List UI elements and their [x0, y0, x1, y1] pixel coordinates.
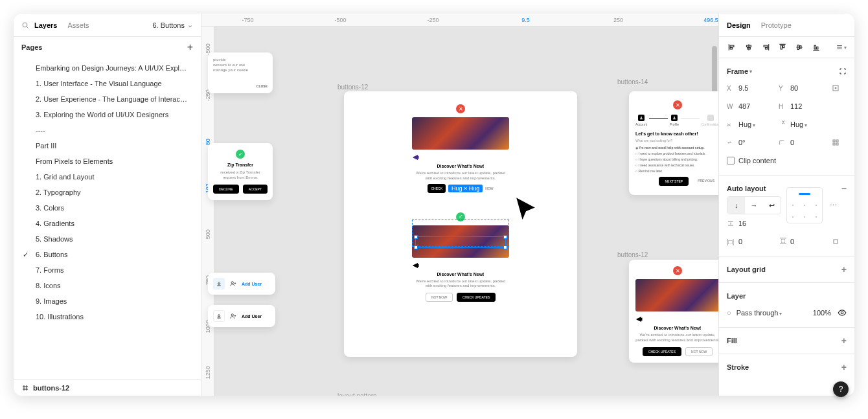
visibility-icon[interactable] [838, 308, 847, 317]
align-hcenter-icon[interactable] [744, 42, 754, 52]
page-item[interactable]: 9. Images [14, 293, 201, 309]
page-item[interactable]: Embarking on Design Journeys: A UI/UX Ex… [14, 60, 201, 76]
frame-title-row[interactable]: Frame▾ [727, 63, 847, 79]
search-icon[interactable] [21, 21, 29, 29]
decline-button[interactable]: DECLINE [213, 185, 239, 194]
profile-step-icon [671, 115, 678, 121]
dir-wrap-icon[interactable]: ↩ [763, 197, 781, 214]
close-icon[interactable]: ✕ [673, 100, 682, 109]
opacity-value[interactable]: 100% [813, 309, 831, 317]
tab-prototype[interactable]: Prototype [761, 21, 792, 29]
close-icon[interactable]: ✕ [456, 104, 465, 113]
check-updates-button[interactable]: CHECK UPDATES [457, 293, 496, 302]
h-input[interactable] [790, 102, 828, 110]
frame-fit-icon[interactable] [839, 67, 847, 75]
align-left-icon[interactable] [727, 42, 737, 52]
step-label: Confirmation [702, 122, 718, 126]
add-fill[interactable]: + [841, 335, 847, 346]
add-user-label[interactable]: Add User [242, 282, 262, 286]
frame-label[interactable]: buttons-14 [617, 78, 648, 85]
help-button[interactable]: ? [833, 381, 849, 397]
canvas-inner[interactable]: provide consent to our use manage your c… [214, 27, 718, 396]
frame-label[interactable]: buttons-12 [617, 251, 648, 258]
page-item[interactable]: 5. Shadows [14, 231, 201, 247]
tab-design[interactable]: Design [727, 21, 751, 29]
align-bottom-icon[interactable] [811, 42, 821, 52]
dir-horizontal-icon[interactable]: → [745, 197, 762, 214]
per-side-padding-icon[interactable] [830, 236, 841, 247]
page-selector[interactable]: 6. Buttons ⌄ [152, 21, 193, 29]
page-item[interactable]: 7. Forms [14, 262, 201, 278]
align-top-icon[interactable] [777, 42, 788, 52]
x-input[interactable] [738, 84, 776, 92]
add-page-button[interactable]: + [187, 41, 193, 53]
canvas[interactable]: -750-500-2509.5250496.575010001250 -500-… [201, 14, 718, 396]
not-now-button[interactable]: NOT NOW [685, 347, 713, 356]
page-item[interactable]: 8. Icons [14, 278, 201, 293]
close-icon[interactable]: ✕ [673, 266, 682, 275]
wizard-option[interactable]: ○ I need assistance with technical issue… [635, 163, 718, 167]
alignment-grid[interactable] [786, 187, 823, 223]
wizard-option[interactable]: ○ I have questions about billing and pri… [635, 157, 718, 161]
frame-label[interactable]: buttons-12 [337, 84, 368, 91]
add-stroke[interactable]: + [841, 362, 847, 372]
download-icon[interactable] [213, 278, 225, 289]
remove-autolayout[interactable]: − [841, 183, 847, 194]
wizard-option[interactable]: ○ Remind me later [635, 169, 718, 173]
next-step-button[interactable]: NEXT STEP [659, 177, 689, 186]
padv-input[interactable] [790, 238, 828, 245]
align-right-icon[interactable] [760, 42, 771, 52]
page-item[interactable]: 6. Buttons✓ [14, 247, 201, 262]
radius-input[interactable] [790, 139, 828, 146]
wizard-option[interactable]: ◉ I'm new and need help with account set… [635, 146, 718, 150]
abs-position-icon[interactable] [830, 83, 841, 93]
align-vcenter-icon[interactable] [794, 42, 805, 52]
blend-mode[interactable]: Pass through▾ [737, 309, 810, 317]
dir-vertical-icon[interactable]: ↓ [727, 197, 745, 214]
checkbox-icon[interactable] [727, 157, 735, 164]
page-item[interactable]: 3. Colors [14, 200, 201, 216]
page-item[interactable]: Part III [14, 138, 201, 153]
check-button[interactable]: CHECK [428, 184, 446, 193]
per-corner-icon[interactable] [830, 137, 841, 148]
user-plus-icon [230, 313, 236, 319]
rotation-input[interactable] [738, 139, 776, 146]
download-icon[interactable] [213, 310, 225, 322]
page-item[interactable]: 1. User Interface - The Visual Language [14, 76, 201, 91]
previous-button[interactable]: PREVIOUS [692, 177, 718, 186]
y-input[interactable] [790, 84, 828, 92]
tab-layers[interactable]: Layers [34, 21, 57, 29]
page-item[interactable]: 2. User Experience - The Language of Int… [14, 91, 201, 107]
gap-input[interactable] [738, 220, 776, 227]
page-item[interactable]: 4. Gradients [14, 216, 201, 231]
direction-segmented[interactable]: ↓ → ↩ [727, 196, 781, 214]
wizard-option[interactable]: ○ I want to explore product features and… [635, 152, 718, 155]
clip-content-row[interactable]: Clip content [727, 152, 847, 170]
selected-layer-row[interactable]: buttons-12 [14, 379, 201, 396]
page-item[interactable]: 10. Illustrations [14, 309, 201, 324]
add-user-label[interactable]: Add User [242, 314, 262, 319]
not-now-button[interactable]: NOT NOW [426, 293, 453, 302]
frame-label[interactable]: layout pattern [337, 392, 377, 396]
vsize-value[interactable]: Hug▾ [790, 120, 828, 128]
add-layout-grid[interactable]: + [841, 264, 847, 275]
padv-icon: |□| [780, 237, 787, 246]
more-align-icon[interactable]: ▾ [836, 42, 847, 52]
check-updates-button[interactable]: CHECK UPDATES [643, 347, 681, 356]
w-input[interactable] [738, 102, 776, 110]
padh-input[interactable] [738, 238, 776, 245]
pages-list[interactable]: Embarking on Design Journeys: A UI/UX Ex… [14, 58, 201, 379]
page-item[interactable]: 2. Typography [14, 185, 201, 200]
cookie-close-button[interactable]: CLOSE [213, 84, 268, 88]
accept-button[interactable]: ACCEPT [243, 185, 268, 194]
page-item[interactable]: 3. Exploring the World of UI/UX Designer… [14, 107, 201, 122]
page-item[interactable]: From Pixels to Elements [14, 153, 201, 169]
hsize-value[interactable]: Hug▾ [738, 120, 776, 128]
tab-assets[interactable]: Assets [67, 21, 89, 29]
zip-title: Zip Transfer [214, 163, 266, 167]
radius-icon [779, 139, 788, 146]
svg-rect-34 [836, 140, 838, 142]
page-item[interactable]: 1. Grid and Layout [14, 169, 201, 185]
autolayout-more-icon[interactable]: ⋯ [828, 200, 838, 210]
page-item[interactable]: ---- [14, 122, 201, 138]
